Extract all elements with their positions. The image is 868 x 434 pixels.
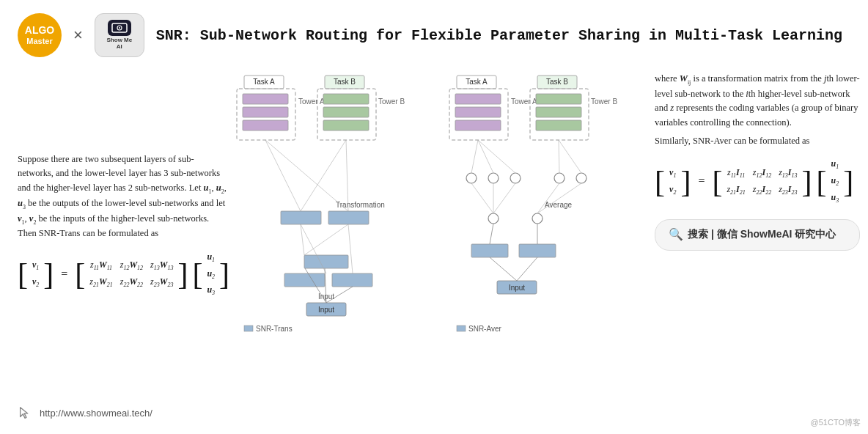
bracket-open-3: [ [192, 259, 202, 290]
v1-cell: v1 [32, 258, 39, 273]
r-zi12: z12I12 [753, 166, 771, 181]
svg-text:Tower A: Tower A [511, 98, 537, 106]
r-zi21: z21I21 [727, 183, 745, 198]
svg-rect-46 [455, 107, 501, 117]
svg-point-54 [466, 173, 477, 183]
svg-rect-16 [323, 120, 369, 130]
r-bracket-open-1: [ [655, 166, 665, 197]
svg-text:Task A: Task A [253, 78, 275, 86]
svg-rect-11 [243, 120, 288, 130]
svg-text:Tower B: Tower B [378, 98, 405, 106]
svg-line-61 [471, 140, 478, 173]
left-formula: [ v1 v2 ] = [ z11W11 z12W12 z13W13 z21W2… [18, 250, 229, 298]
svg-line-73 [490, 224, 493, 244]
svg-line-68 [493, 183, 515, 213]
bracket-open-1: [ [18, 259, 28, 290]
r-zi22: z22I22 [753, 183, 771, 198]
equals-sign: = [58, 265, 70, 284]
svg-rect-52 [536, 120, 581, 130]
svg-rect-50 [536, 94, 581, 104]
svg-text:Task B: Task B [334, 78, 356, 86]
svg-line-62 [478, 140, 493, 173]
r-bracket-open-3: [ [816, 166, 826, 197]
zw-23: z23W23 [150, 275, 173, 290]
left-description: Suppose there are two subsequent layers … [18, 65, 229, 350]
svg-point-60 [532, 213, 542, 224]
r-bracket-close-3: ] [843, 166, 853, 197]
bracket-close-2: ] [177, 259, 188, 290]
zw-21: z21W21 [89, 275, 112, 290]
r-zi-matrix: z11I11 z12I12 z13I13 z21I21 z22I22 z23I2… [727, 166, 797, 198]
search-box[interactable]: 🔍 搜索 | 微信 ShowMeAI 研究中心 [655, 219, 860, 251]
svg-rect-71 [471, 244, 508, 257]
svg-line-32 [304, 224, 348, 255]
svg-text:Input: Input [318, 306, 334, 314]
svg-rect-45 [455, 94, 501, 104]
svg-line-33 [348, 224, 353, 273]
svg-text:SNR-Aver: SNR-Aver [468, 325, 501, 333]
showme-label: Show MeAI [107, 37, 133, 51]
r-zi13: z13I13 [779, 166, 797, 181]
algo-logo: ALGO Master [18, 13, 62, 57]
watermark-text: @51CTO博客 [811, 417, 861, 428]
bottom-link: http://www.showmeai.tech/ [18, 405, 152, 421]
svg-line-30 [301, 224, 304, 255]
u2-cell: u2 [207, 267, 215, 282]
r-u-vector: u1 u2 u3 [831, 157, 839, 205]
u1-cell: u1 [207, 250, 215, 265]
svg-line-26 [265, 140, 301, 211]
zw-11: z11W11 [89, 258, 112, 273]
algo-bottom-text: Master [26, 37, 52, 46]
snr-aver-intro: Similarly, SNR-Aver can be formulated as [655, 134, 860, 148]
svg-rect-15 [323, 107, 369, 117]
svg-text:SNR-Trans: SNR-Trans [256, 325, 293, 333]
network-diagram-svg: Task A Task B Tower A Tower B Transforma… [229, 65, 655, 350]
svg-point-2 [119, 27, 120, 29]
svg-rect-37 [244, 326, 253, 331]
zw-22: z22W22 [120, 275, 143, 290]
r-zi23: z23I23 [779, 183, 797, 198]
zw-13: z13W13 [150, 258, 173, 273]
svg-line-66 [471, 183, 493, 213]
svg-rect-21 [332, 273, 372, 287]
svg-point-58 [576, 173, 586, 183]
right-description: where Wij is a transformation matrix fro… [655, 65, 860, 350]
svg-rect-14 [323, 94, 369, 104]
r-bracket-close-2: ] [801, 166, 812, 197]
algo-top-text: ALGO [25, 24, 54, 37]
r-v-vector: v1 v2 [669, 166, 676, 198]
svg-line-65 [559, 140, 581, 173]
cursor-icon [18, 405, 34, 421]
right-formula: [ v1 v2 ] = [ z11I11 z12I12 z13I13 z21I2… [655, 157, 860, 205]
svg-rect-20 [284, 273, 325, 287]
svg-text:Task A: Task A [466, 78, 488, 86]
svg-text:Input: Input [509, 284, 525, 292]
bracket-close-1: ] [43, 259, 54, 290]
bracket-open-2: [ [75, 259, 85, 290]
r-bracket-open-2: [ [712, 166, 722, 197]
svg-rect-72 [519, 244, 556, 257]
svg-rect-79 [457, 326, 466, 331]
svg-text:Transformation: Transformation [336, 201, 385, 209]
svg-rect-19 [328, 211, 369, 224]
separator-x: × [73, 26, 83, 45]
showme-logo: Show MeAI [95, 13, 144, 57]
header: ALGO Master × Show MeAI SNR: Sub-Network… [0, 0, 868, 65]
svg-line-77 [490, 257, 517, 281]
r-u3: u3 [831, 191, 839, 206]
search-icon: 🔍 [669, 226, 683, 244]
svg-rect-9 [243, 94, 288, 104]
svg-text:Tower A: Tower A [298, 98, 325, 106]
svg-point-55 [488, 173, 499, 183]
main-content: Suppose there are two subsequent layers … [0, 65, 868, 350]
svg-line-64 [559, 140, 559, 173]
website-url: http://www.showmeai.tech/ [40, 408, 152, 419]
r-v2: v2 [669, 183, 676, 198]
svg-point-56 [510, 173, 521, 183]
v-vector: v1 v2 [32, 258, 39, 290]
u-vector: u1 u2 u3 [207, 250, 215, 298]
svg-line-78 [517, 257, 537, 281]
search-text: 搜索 | 微信 ShowMeAI 研究中心 [688, 227, 836, 243]
showme-icon [108, 20, 131, 36]
svg-rect-51 [536, 107, 581, 117]
